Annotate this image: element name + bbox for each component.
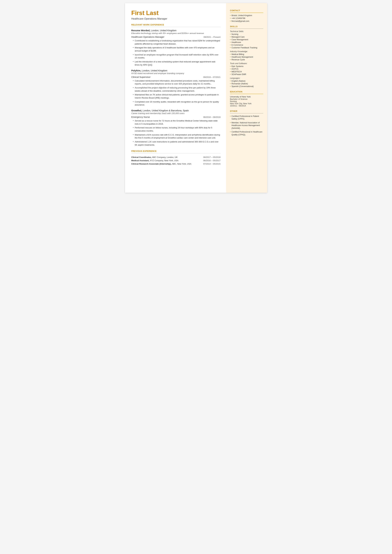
- language-0: English (Native): [230, 80, 263, 82]
- role-row-3: Emergency Nurse 06/2018 – 08/2019: [131, 116, 221, 118]
- bullet-1-3: Led the introduction of a new scheduling…: [133, 60, 221, 66]
- relevant-work-title: RELEVANT WORK EXPERIENCE: [131, 24, 221, 26]
- company-desc-3: Career training and membership SaaS with…: [131, 112, 221, 114]
- prev-role-rest-1: XYZ Company, New York, USA: [149, 159, 178, 162]
- bullet-1-0: Contributed to establishing a fundraisin…: [133, 39, 221, 45]
- prev-exp-dates-2: 07/2014 – 05/2015: [199, 162, 221, 166]
- company-name-3: Growthsi, London, United Kingdom & Barce…: [131, 109, 221, 112]
- skill-tool-1: HCPCS: [230, 68, 263, 70]
- bullet-2-3: Completed over 20 monthly audits; reward…: [133, 100, 221, 106]
- other-title: OTHER: [230, 110, 263, 112]
- skill-tech-3: Healthcare: [230, 41, 263, 43]
- education-block: University of New York Bachelor of Scien…: [230, 96, 263, 107]
- bullet-2-1: Accomplished the project objective of re…: [133, 86, 221, 92]
- company-rest-2: London, United Kingdom: [141, 69, 167, 72]
- bullet-3-1: Performed rescues on fellow nurses, incl…: [133, 126, 221, 132]
- prev-exp-role-2: Clinical Research Associate (Internship)…: [131, 162, 199, 166]
- other-item-1: Member, National Association of Healthca…: [230, 121, 263, 130]
- role-title-1: Healthcare Operations Manager: [131, 36, 164, 38]
- skill-tech-1: Managed Care: [230, 36, 263, 38]
- contact-list: Bristol, United Kingdom +44 123456789 fi…: [230, 14, 263, 22]
- left-column: First Last Healthcare Operations Manager…: [125, 3, 226, 193]
- prev-role-rest-0: ABC Company, London, UK: [152, 156, 178, 158]
- role-dates-2: 09/2019 – 07/2021: [203, 76, 220, 78]
- prev-role-bold-2: Clinical Research Associate (Internship)…: [131, 163, 171, 165]
- skill-tech-5: Customer Feedback Tracking: [230, 47, 263, 49]
- bullet-2-0: Calculated reimbursement information, do…: [133, 79, 221, 85]
- resume-page: First Last Healthcare Operations Manager…: [125, 3, 267, 193]
- role-title-3: Emergency Nurse: [131, 116, 150, 118]
- previous-exp-table: Clinical Coordinator, ABC Company, Londo…: [131, 155, 221, 166]
- company-bold-2: Polyhire,: [131, 69, 141, 72]
- contact-title: CONTACT: [230, 9, 263, 12]
- other-list: Certified Professional in Patient Safety…: [230, 115, 263, 136]
- bullet-2-2: Maintained files on 7K active clinical t…: [133, 93, 221, 99]
- candidate-name: First Last: [131, 9, 221, 16]
- bullet-1-2: launched an employee recognition program…: [133, 53, 221, 59]
- skill-tech-4: E-Commerce: [230, 44, 263, 46]
- job-block-3: Growthsi, London, United Kingdom & Barce…: [131, 109, 221, 147]
- skill-tech-2: Case Management: [230, 39, 263, 41]
- prev-exp-role-1: Medical Assistant, XYZ Company, New York…: [131, 159, 199, 162]
- company-rest-1: London, United Kingdom: [150, 29, 176, 32]
- company-rest-3: London, United Kingdom & Barcelona, Spai…: [142, 109, 189, 112]
- other-divider: [230, 113, 263, 113]
- contact-divider: [230, 13, 263, 13]
- education-title: EDUCATION: [230, 91, 263, 93]
- bullet-1-1: Managed the daily operations of 3 health…: [133, 46, 221, 52]
- job-block-1: Resume Worded, London, United Kingdom Ed…: [131, 29, 221, 66]
- bullet-3-0: Served as a rescue nurse for 72 hours at…: [133, 119, 221, 125]
- languages-list: English (Native) Romanian (Native) Spani…: [230, 80, 263, 87]
- company-bold-3: Growthsi,: [131, 109, 142, 112]
- skills-title: SKILLS: [230, 25, 263, 28]
- section-divider: [131, 27, 221, 27]
- prev-role-rest-2: ABC, New York, USA: [171, 163, 191, 165]
- contact-item-0: Bristol, United Kingdom: [230, 14, 263, 17]
- candidate-title: Healthcare Operations Manager: [131, 17, 221, 20]
- bullet-3-2: Maintained a 91% success rate with E.C.G…: [133, 133, 221, 140]
- edu-school: University of New York: [230, 96, 263, 98]
- technical-skills-list: Nursing Managed Care Case Management Hea…: [230, 33, 263, 49]
- role-title-2: Clinical Supervisor: [131, 76, 151, 78]
- skill-ind-0: Medical Billing: [230, 53, 263, 56]
- edu-dates: 10/2011 - 06/2014: [230, 105, 263, 107]
- bullet-list-2: Calculated reimbursement information, do…: [131, 79, 221, 107]
- skill-ind-1: Healthcare Management: [230, 56, 263, 58]
- tools-skills-label: Tools and Software:: [230, 62, 263, 65]
- industry-skills-label: Industry Knowledge:: [230, 50, 263, 53]
- languages-label: Languages:: [230, 77, 263, 79]
- other-item-0: Certified Professional in Patient Safety…: [230, 115, 263, 120]
- role-dates-1: 08/2021 – Present: [203, 36, 220, 38]
- prev-role-bold-0: Clinical Coordinator,: [131, 156, 152, 158]
- edu-location: New York City, New York: [230, 103, 263, 105]
- bullet-list-1: Contributed to establishing a fundraisin…: [131, 39, 221, 66]
- industry-skills-list: Medical Billing Healthcare Management Re…: [230, 53, 263, 61]
- company-desc-2: NYSE-listed recruitment and employer bra…: [131, 72, 221, 75]
- skill-tech-0: Nursing: [230, 33, 263, 35]
- previous-exp-title: PREVIOUS EXPERIENCE: [131, 150, 221, 152]
- skill-tool-3: SOAPware EMR: [230, 73, 263, 76]
- prev-exp-dates-0: 06/2017 – 05/2018: [199, 155, 221, 159]
- role-dates-3: 06/2018 – 08/2019: [203, 116, 220, 118]
- skill-tool-2: MEDITECH: [230, 70, 263, 73]
- prev-role-bold-1: Medical Assistant,: [131, 159, 149, 162]
- prev-exp-row-1: Medical Assistant, XYZ Company, New York…: [131, 159, 221, 162]
- skill-tool-0: Epic Systems: [230, 65, 263, 67]
- company-name-1: Resume Worded, London, United Kingdom: [131, 29, 221, 32]
- skills-divider: [230, 28, 263, 29]
- technical-skills-label: Technical Skills:: [230, 30, 263, 33]
- prev-exp-role-0: Clinical Coordinator, ABC Company, Londo…: [131, 155, 199, 159]
- company-bold-1: Resume Worded,: [131, 29, 150, 32]
- right-column: CONTACT Bristol, United Kingdom +44 1234…: [226, 3, 267, 193]
- contact-item-1: +44 123456789: [230, 17, 263, 19]
- company-name-2: Polyhire, London, United Kingdom: [131, 69, 221, 72]
- edu-field: Nursing: [230, 100, 263, 103]
- company-desc-1: Education technology startup with 50+ em…: [131, 32, 221, 35]
- role-row-2: Clinical Supervisor 09/2019 – 07/2021: [131, 76, 221, 78]
- skill-ind-2: Revenue Cycle: [230, 59, 263, 61]
- bullet-3-3: Administered 1.1K care instructions to p…: [133, 140, 221, 146]
- prev-exp-row-2: Clinical Research Associate (Internship)…: [131, 162, 221, 166]
- job-block-2: Polyhire, London, United Kingdom NYSE-li…: [131, 69, 221, 107]
- other-item-2: Certified Professional in Healthcare Qua…: [230, 131, 263, 136]
- role-row-1: Healthcare Operations Manager 08/2021 – …: [131, 36, 221, 38]
